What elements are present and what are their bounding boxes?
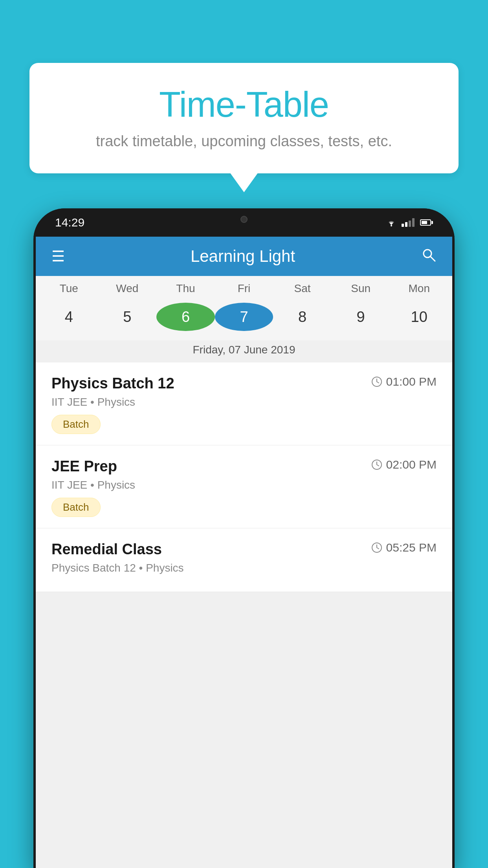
date-col-6[interactable]: 6 [156,303,215,331]
clock-icon-3 [371,542,382,553]
date-col-5[interactable]: 5 [98,301,157,333]
date-10[interactable]: 10 [390,301,448,333]
bubble-subtitle: track timetable, upcoming classes, tests… [53,133,435,150]
schedule-time-2: 02:00 PM [371,458,437,471]
date-4[interactable]: 4 [40,301,98,333]
camera-notch [216,208,272,230]
day-tue: Tue [40,282,98,298]
batch-badge-2: Batch [51,498,101,517]
date-6-today[interactable]: 6 [156,303,215,331]
day-wed: Wed [98,282,157,298]
clock-icon-1 [371,376,382,387]
schedule-time-1: 01:00 PM [371,375,437,388]
date-7-selected[interactable]: 7 [215,303,273,331]
wifi-icon [385,218,398,227]
search-icon[interactable] [421,247,437,266]
schedule-time-3: 05:25 PM [371,541,437,554]
date-col-4[interactable]: 4 [40,301,98,333]
selected-date-label: Friday, 07 June 2019 [36,340,452,362]
hamburger-icon[interactable]: ☰ [51,249,65,264]
date-col-10[interactable]: 10 [390,301,448,333]
status-icons [385,218,433,227]
schedule-item-3-header: Remedial Class 05:25 PM [51,541,437,558]
date-col-8[interactable]: 8 [273,301,332,333]
app-header: ☰ Learning Light [36,237,452,276]
date-9[interactable]: 9 [332,301,390,333]
calendar-section: Tue Wed Thu Fri Sat Sun Mon 4 5 [36,276,452,362]
phone-frame: 14:29 [33,208,455,868]
day-thu: Thu [156,282,215,298]
clock-icon-2 [371,459,382,470]
signal-bars [402,218,415,227]
schedule-item-2-header: JEE Prep 02:00 PM [51,458,437,475]
schedule-title-2: JEE Prep [51,458,117,475]
status-time: 14:29 [55,216,84,229]
day-mon: Mon [390,282,448,298]
schedule-meta-3: Physics Batch 12 • Physics [51,562,437,574]
date-col-9[interactable]: 9 [332,301,390,333]
schedule-meta-2: IIT JEE • Physics [51,479,437,491]
batch-badge-1: Batch [51,415,101,434]
schedule-item-1-header: Physics Batch 12 01:00 PM [51,375,437,392]
day-headers: Tue Wed Thu Fri Sat Sun Mon [36,276,452,298]
bubble-title: Time-Table [53,85,435,125]
date-col-7[interactable]: 7 [215,303,273,331]
schedule-title-3: Remedial Class [51,541,162,558]
speech-bubble: Time-Table track timetable, upcoming cla… [29,63,459,173]
svg-point-0 [391,225,392,226]
schedule-item-3[interactable]: Remedial Class 05:25 PM Physics Batch 12… [36,528,452,592]
schedule-meta-1: IIT JEE • Physics [51,396,437,408]
schedule-item-2[interactable]: JEE Prep 02:00 PM IIT JEE • Physics Batc… [36,445,452,528]
date-row: 4 5 6 7 8 9 [36,298,452,340]
schedule-list: Physics Batch 12 01:00 PM IIT JEE • Phys… [36,362,452,592]
svg-line-2 [430,256,435,261]
day-sun: Sun [332,282,390,298]
date-8[interactable]: 8 [273,301,332,333]
date-5[interactable]: 5 [98,301,157,333]
app-title: Learning Light [191,247,295,266]
battery-icon [420,219,433,226]
schedule-item-1[interactable]: Physics Batch 12 01:00 PM IIT JEE • Phys… [36,362,452,445]
phone-screen: ☰ Learning Light Tue Wed Thu Fri Sat [36,237,452,868]
day-fri: Fri [215,282,273,298]
schedule-title-1: Physics Batch 12 [51,375,174,392]
day-sat: Sat [273,282,332,298]
phone-wrapper: 14:29 [33,208,455,868]
speech-bubble-container: Time-Table track timetable, upcoming cla… [29,63,459,173]
front-camera [240,216,248,223]
